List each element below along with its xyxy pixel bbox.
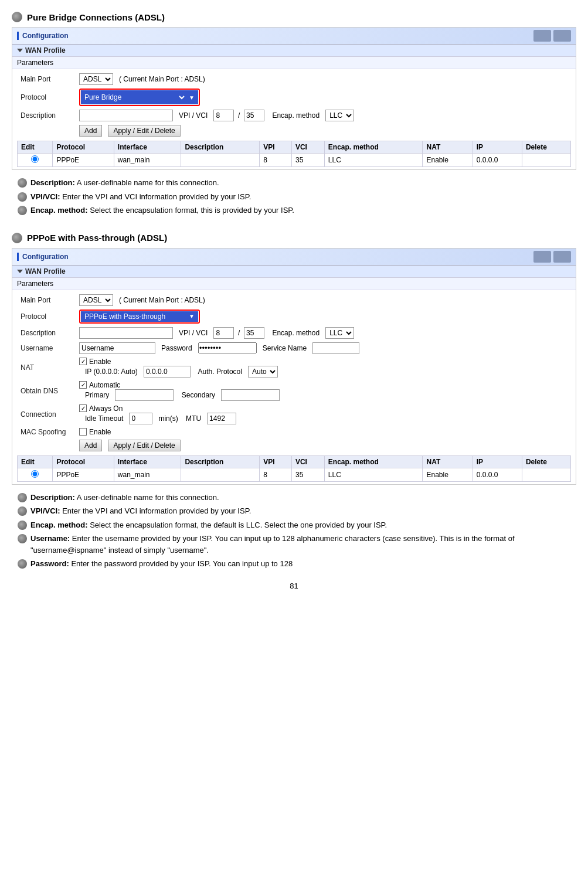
s2-th-encap: Encap. method <box>324 455 423 468</box>
apply-edit-delete-button[interactable]: Apply / Edit / Delete <box>108 125 180 137</box>
protocol-row: Protocol Pure Bridge ▼ <box>17 87 571 108</box>
th-ip: IP <box>473 141 522 154</box>
description-input[interactable] <box>79 110 173 121</box>
s2-username-cell: Password Service Name <box>76 341 571 356</box>
s2-dns-checkbox[interactable] <box>79 381 87 389</box>
s2-desc-label-1: Description: <box>30 493 75 502</box>
s2-vpi-vci-label: VPI / VCI <box>179 329 208 337</box>
s2-desc-text-2: Enter the VPI and VCI information provid… <box>62 506 251 515</box>
s2-protocol-select-inner: PPPoE with Pass-through ▼ <box>81 311 198 322</box>
th-protocol: Protocol <box>53 141 114 154</box>
buttons-cell: Add Apply / Edit / Delete <box>76 123 571 138</box>
desc-label: Description <box>17 108 76 123</box>
s2-desc-item-1: Description: A user-definable name for t… <box>18 492 576 504</box>
s2-idle-timeout-label: Idle Timeout <box>85 414 123 423</box>
s2-auth-label: Auth. Protocol <box>198 368 242 376</box>
desc-text-2: Enter the VPI and VCI information provid… <box>62 192 251 201</box>
add-button[interactable]: Add <box>79 125 102 137</box>
main-port-note: ( Current Main Port : ADSL) <box>119 75 205 83</box>
td-encap: LLC <box>324 154 423 167</box>
section1-params: Parameters <box>12 57 576 69</box>
s2-add-button[interactable]: Add <box>79 440 102 451</box>
s2-header-icons <box>533 251 571 263</box>
th-vpi: VPI <box>260 141 292 154</box>
section1-descriptions: Description: A user-definable name for t… <box>18 177 576 216</box>
s2-connection-cell: Always On Idle Timeout min(s) MTU <box>76 403 571 426</box>
s2-connection-checkbox-cell: Always On <box>79 404 567 413</box>
vpi-vci-label: VPI / VCI <box>179 111 208 120</box>
s2-td-encap: LLC <box>324 468 423 481</box>
s2-desc-label-3: Encap. method: <box>30 521 88 529</box>
s2-td-ip: 0.0.0.0 <box>473 468 522 481</box>
section2-form-table: Main Port ADSL ( Current Main Port : ADS… <box>17 293 571 453</box>
s2-mac-cell: Enable <box>76 426 571 438</box>
section1-form: Main Port ADSL ( Current Main Port : ADS… <box>12 69 576 169</box>
s2-connection-label: Connection <box>17 403 76 426</box>
dropdown-arrow: ▼ <box>189 94 195 101</box>
s2-desc-bullet-2 <box>18 506 27 516</box>
td-description <box>181 154 260 167</box>
s2-password-input[interactable] <box>198 342 257 353</box>
s2-desc-label-4: Username: <box>30 534 70 543</box>
section2-form: Main Port ADSL ( Current Main Port : ADS… <box>12 290 576 484</box>
main-port-select[interactable]: ADSL <box>79 73 113 85</box>
s2-edit-radio[interactable] <box>31 470 39 478</box>
s2-secondary-input[interactable] <box>221 389 280 401</box>
s2-nat-label: NAT <box>17 356 76 379</box>
desc-label-1: Description: <box>30 178 75 187</box>
s2-nat-checkbox[interactable] <box>79 358 87 365</box>
s2-username-input[interactable] <box>79 342 155 354</box>
s2-table-header-row: Edit Protocol Interface Description VPI … <box>18 455 571 468</box>
s2-auth-select[interactable]: Auto <box>248 366 278 378</box>
s2-idle-timeout-input[interactable] <box>129 413 152 424</box>
s2-connection-checkbox[interactable] <box>79 404 87 412</box>
s2-nat-checkbox-cell: Enable <box>79 358 567 366</box>
s2-secondary-label: Secondary <box>182 391 215 399</box>
header-icon-1 <box>533 30 551 42</box>
th-interface: Interface <box>114 141 181 154</box>
s2-header-icon-2 <box>553 251 571 263</box>
desc-text-1: A user-definable name for this connectio… <box>77 178 219 187</box>
s2-ip-input[interactable] <box>144 366 191 378</box>
s2-apply-edit-delete-button[interactable]: Apply / Edit / Delete <box>108 440 180 451</box>
s2-encap-select[interactable]: LLC <box>325 327 354 339</box>
s2-table-row: PPPoE wan_main 8 35 LLC Enable 0.0.0.0 <box>18 468 571 481</box>
s2-desc-text-4: Enter the username provided by your ISP.… <box>30 534 515 555</box>
encap-select[interactable]: LLC <box>325 110 354 121</box>
s2-idle-timeout-unit: min(s) <box>158 414 178 423</box>
protocol-select[interactable] <box>135 91 186 103</box>
s2-vci-input[interactable] <box>244 327 264 339</box>
td-interface: wan_main <box>114 154 181 167</box>
section1-form-table: Main Port ADSL ( Current Main Port : ADS… <box>17 72 571 138</box>
td-delete <box>522 154 570 167</box>
s2-main-port-select[interactable]: ADSL <box>79 294 113 306</box>
protocol-select-wrapper: Pure Bridge ▼ <box>79 89 200 106</box>
th-delete: Delete <box>522 141 570 154</box>
section1-config-box: Configuration WAN Profile Parameters Mai… <box>12 27 576 170</box>
s2-nat-check-label: Enable <box>89 358 111 366</box>
edit-radio[interactable] <box>31 155 39 163</box>
s2-desc-item-3: Encap. method: Select the encapsulation … <box>18 519 576 531</box>
s2-th-vci: VCI <box>291 455 324 468</box>
s2-th-nat: NAT <box>423 455 473 468</box>
s2-username-label: Username <box>17 341 76 356</box>
section2-config-box: Configuration WAN Profile Parameters Mai… <box>12 248 576 485</box>
section2-params: Parameters <box>12 278 576 290</box>
s2-primary-input[interactable] <box>115 389 174 401</box>
s2-mac-checkbox[interactable] <box>79 428 87 436</box>
s2-desc-bullet-5 <box>18 559 27 569</box>
th-description: Description <box>181 141 260 154</box>
s2-mtu-input[interactable] <box>207 413 236 424</box>
th-edit: Edit <box>18 141 53 154</box>
section2-config-header: Configuration <box>12 249 576 266</box>
s2-primary-label: Primary <box>85 391 109 399</box>
vci-input[interactable] <box>244 110 264 121</box>
vpi-input[interactable] <box>213 110 234 121</box>
s2-description-input[interactable] <box>79 327 173 339</box>
header-bar <box>17 32 19 40</box>
desc-vpi-row: Description VPI / VCI / Encap. method LL… <box>17 108 571 123</box>
s2-header-icon-1 <box>533 251 551 263</box>
s2-desc-item-5: Password: Enter the password provided by… <box>18 558 576 570</box>
s2-vpi-input[interactable] <box>213 327 234 339</box>
s2-service-name-input[interactable] <box>312 342 359 354</box>
